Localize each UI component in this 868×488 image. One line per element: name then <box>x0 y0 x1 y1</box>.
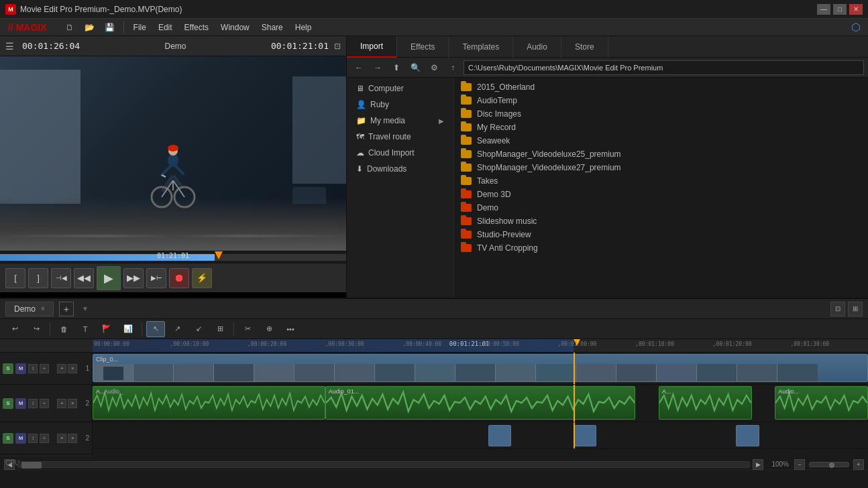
sidebar-item-ruby[interactable]: 👤 Ruby <box>347 97 453 113</box>
menu-file[interactable]: File <box>128 20 152 35</box>
next-frame-button[interactable]: ▶⊢ <box>146 268 166 288</box>
file-item[interactable]: Studio-Preview <box>454 228 868 241</box>
audio-clip-3[interactable]: A... <box>659 386 752 420</box>
refresh-button[interactable]: ↑ <box>445 60 461 75</box>
file-item[interactable]: AudioTemp <box>454 94 868 107</box>
zoom-out-button[interactable]: − <box>794 459 805 470</box>
trim-tool-button[interactable]: ↗ <box>168 321 186 337</box>
redo-button[interactable]: ↪ <box>27 321 46 337</box>
maximize-button[interactable]: □ <box>833 4 847 15</box>
menu-edit[interactable]: Edit <box>153 20 178 35</box>
search-button[interactable]: 🔍 <box>407 60 423 75</box>
prev-button[interactable]: ◀◀ <box>74 268 94 288</box>
file-item[interactable]: 2015_Otherland <box>454 80 868 94</box>
menu-effects[interactable]: Effects <box>179 20 214 35</box>
close-button[interactable]: ✕ <box>849 4 863 15</box>
zoom-slider-thumb[interactable] <box>829 463 834 468</box>
audio-clip-2[interactable]: Audio_01... <box>325 386 635 420</box>
track-lock-btn-3[interactable]: ÷ <box>40 434 49 443</box>
small-clip-3[interactable] <box>736 425 759 446</box>
timeline-scrollbar[interactable] <box>17 461 750 468</box>
marker-button[interactable]: 🚩 <box>97 321 116 337</box>
record-button[interactable]: ⏺ <box>169 268 189 288</box>
file-item[interactable]: Takes <box>454 174 868 188</box>
track-lock-btn[interactable]: ÷ <box>40 364 49 373</box>
sidebar-item-downloads[interactable]: ⬇ Downloads <box>347 161 453 177</box>
sidebar-item-travel[interactable]: 🗺 Travel route <box>347 129 453 145</box>
magix-online-button[interactable]: ⬡ <box>847 20 865 35</box>
audio-clip-1[interactable]: A... Audio_ <box>93 386 325 420</box>
track-add-btn[interactable]: + <box>57 364 66 373</box>
next-button[interactable]: ▶▶ <box>123 268 144 288</box>
lightning-button[interactable]: ⚡ <box>192 268 212 288</box>
sidebar-item-computer[interactable]: 🖥 Computer <box>347 80 453 97</box>
tab-store[interactable]: Store <box>561 36 608 58</box>
timeline-tracks[interactable]: Clip_0... <box>93 353 868 457</box>
zoom-slider[interactable] <box>809 462 849 467</box>
timeline-tab-close[interactable]: × <box>41 305 45 312</box>
timeline-tab-demo[interactable]: Demo × <box>5 302 54 316</box>
video-clip-1[interactable]: Clip_0... <box>93 354 868 382</box>
track-remove-btn[interactable]: × <box>68 364 77 373</box>
timeline-view-single[interactable]: ⊡ <box>830 302 845 316</box>
file-item[interactable]: TV Anti Cropping <box>454 241 868 255</box>
more-button[interactable]: ••• <box>281 321 300 337</box>
menu-window[interactable]: Window <box>215 20 255 35</box>
track-mute-btn-3[interactable]: ↕ <box>28 434 38 443</box>
text-button[interactable]: T <box>76 321 95 337</box>
track-mute-btn-2[interactable]: ↕ <box>28 399 38 408</box>
cut-button[interactable]: ✂ <box>238 321 257 337</box>
track-add-btn-2[interactable]: + <box>57 399 66 408</box>
preview-fullscreen-button[interactable]: ⊡ <box>334 42 341 51</box>
tab-templates[interactable]: Templates <box>449 36 513 58</box>
open-file-button[interactable]: 📂 <box>80 20 99 35</box>
bracket-in-button[interactable]: [ <box>5 268 25 288</box>
undo-button[interactable]: ↩ <box>5 321 24 337</box>
back-button[interactable]: ← <box>351 60 367 75</box>
tab-effects[interactable]: Effects <box>397 36 449 58</box>
prev-frame-button[interactable]: ⊣◀ <box>51 268 71 288</box>
save-file-button[interactable]: 💾 <box>101 20 119 35</box>
sidebar-item-mymedia[interactable]: 📁 My media ▶ <box>347 113 453 129</box>
menu-share[interactable]: Share <box>256 20 288 35</box>
track-remove-btn-2[interactable]: × <box>68 399 77 408</box>
sidebar-item-cloud[interactable]: ☁ Cloud Import <box>347 145 453 161</box>
small-clip-1[interactable] <box>488 425 512 446</box>
bracket-out-button[interactable]: ] <box>28 268 48 288</box>
progress-bar-area[interactable]: 01:21:01 <box>0 251 346 263</box>
tab-audio[interactable]: Audio <box>513 36 561 58</box>
file-item[interactable]: Demo 3D <box>454 188 868 201</box>
file-item[interactable]: Seaweek <box>454 134 868 147</box>
track-remove-btn-3[interactable]: × <box>68 434 77 443</box>
file-item[interactable]: Slideshow music <box>454 215 868 228</box>
zoom-in-button[interactable]: + <box>853 459 864 470</box>
preview-menu-button[interactable]: ☰ <box>5 41 14 52</box>
file-item[interactable]: ShopManager_Videodeluxe25_premium <box>454 147 868 161</box>
track-mute-btn[interactable]: ↕ <box>28 364 38 373</box>
delete-button[interactable]: 🗑 <box>54 321 73 337</box>
file-item[interactable]: My Record <box>454 121 868 134</box>
audio-waveform-button[interactable]: 📊 <box>119 321 138 337</box>
split-tool-button[interactable]: ↙ <box>189 321 208 337</box>
scroll-right-button[interactable]: ▶ <box>753 459 763 470</box>
minimize-button[interactable]: — <box>817 4 830 15</box>
audio-clip-4[interactable]: Audio... <box>775 386 868 420</box>
timeline-add-arrow[interactable]: ▼ <box>82 305 89 312</box>
file-item[interactable]: Disc Images <box>454 107 868 121</box>
select-tool-button[interactable]: ↖ <box>146 321 165 337</box>
up-button[interactable]: ⬆ <box>388 60 404 75</box>
menu-help[interactable]: Help <box>290 20 317 35</box>
settings-button[interactable]: ⚙ <box>426 60 442 75</box>
forward-button[interactable]: → <box>370 60 386 75</box>
track-lock-btn-2[interactable]: ÷ <box>40 399 49 408</box>
small-clip-2[interactable] <box>574 425 597 446</box>
add-media-button[interactable]: ⊕ <box>260 321 278 337</box>
file-item[interactable]: Demo <box>454 201 868 215</box>
group-tool-button[interactable]: ⊞ <box>211 321 229 337</box>
file-item[interactable]: ShopManager_Videodeluxe27_premium <box>454 161 868 174</box>
new-file-button[interactable]: 🗋 <box>60 20 79 35</box>
play-button[interactable]: ▶ <box>97 266 121 290</box>
timeline-add-button[interactable]: + <box>59 302 74 316</box>
track-add-btn-3[interactable]: + <box>57 434 66 443</box>
scrollbar-thumb[interactable] <box>21 462 42 469</box>
